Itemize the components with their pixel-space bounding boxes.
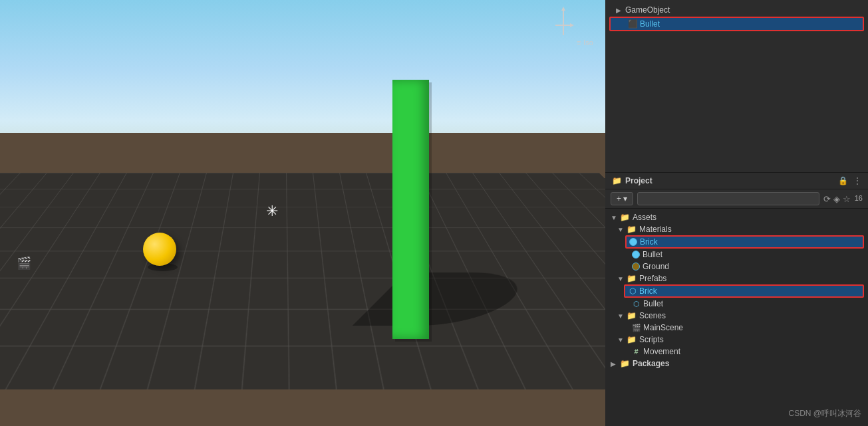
script-icon: #: [632, 348, 641, 356]
add-button[interactable]: + ▾: [611, 192, 633, 205]
folder-icon: 📁: [620, 359, 630, 368]
folder-icon: 📁: [627, 225, 637, 234]
arrow-icon: ▶: [611, 360, 617, 368]
search-icons: ⟳ ◈ ☆ 16: [823, 194, 863, 204]
tree-item-materials[interactable]: ▼ 📁 Materials: [612, 223, 868, 235]
tree-item-prefabs[interactable]: ▼ 📁 Prefabs: [612, 272, 868, 284]
tree-item-movement[interactable]: # Movement: [605, 346, 868, 358]
arrow-icon: ▼: [617, 312, 624, 320]
tree-item-brick-prefab[interactable]: ⬡ Brick: [624, 284, 864, 298]
folder-icon: 📁: [620, 213, 630, 222]
sphere-object: [143, 233, 176, 266]
tree-item-brick-material[interactable]: Brick: [625, 235, 864, 249]
folder-icon: 📁: [627, 274, 637, 283]
scene-view[interactable]: ✳ 🎬 ≡ Iso: [0, 0, 605, 426]
material-icon: [632, 251, 640, 259]
brick-wall: [392, 80, 429, 339]
project-header: 📁 Project 🔒 ⋮: [605, 173, 868, 189]
folder-icon: 📁: [627, 311, 637, 320]
tree-item-ground-material[interactable]: Ground: [605, 261, 868, 272]
folder-icon: 📁: [612, 176, 622, 185]
folder-icon: 📁: [627, 335, 637, 344]
count-badge: 16: [855, 194, 863, 204]
hierarchy-item-bullet[interactable]: ⬛ Bullet: [609, 17, 864, 31]
bullet-label: Bullet: [640, 19, 660, 29]
prefab-icon: ⬡: [632, 300, 641, 308]
tree-item-mainscene[interactable]: 🎬 MainScene: [605, 322, 868, 334]
star-icon[interactable]: ☆: [843, 194, 851, 204]
arrow-icon: ▼: [617, 226, 624, 233]
project-toolbar: + ▾ ⟳ ◈ ☆ 16: [605, 189, 868, 209]
tree-item-assets[interactable]: ▼ 📁 Assets: [605, 211, 868, 223]
hierarchy-item-gameobject[interactable]: ▶ GameObject: [605, 4, 868, 16]
hierarchy-section: ▶ GameObject ⬛ Bullet: [605, 0, 868, 173]
tree-item-bullet-material[interactable]: Bullet: [605, 249, 868, 261]
arrow-icon: ▼: [611, 214, 617, 221]
refresh-icon[interactable]: ⟳: [823, 194, 831, 204]
search-input[interactable]: [637, 192, 819, 205]
filter-icon[interactable]: ◈: [833, 194, 840, 204]
svg-marker-3: [570, 23, 574, 27]
cube-icon: ⬛: [628, 19, 637, 29]
tree-item-scenes[interactable]: ▼ 📁 Scenes: [612, 310, 868, 322]
project-tree: ▼ 📁 Assets ▼ 📁 Materials Brick Bullet: [605, 209, 868, 415]
right-panel: ▶ GameObject ⬛ Bullet 📁 Project 🔒 ⋮ +: [605, 0, 868, 426]
transform-gizmo: [552, 5, 575, 41]
lock-icon[interactable]: 🔒: [838, 176, 848, 185]
arrow-icon: ▶: [616, 7, 623, 14]
tree-item-scripts[interactable]: ▼ 📁 Scripts: [612, 334, 868, 346]
gameobject-label: GameObject: [625, 5, 670, 15]
tree-item-bullet-prefab[interactable]: ⬡ Bullet: [605, 298, 868, 310]
project-section: 📁 Project 🔒 ⋮ + ▾ ⟳ ◈ ☆ 16 ▼ 📁: [605, 173, 868, 426]
arrow-icon: ▼: [617, 275, 624, 282]
csdn-watermark: CSDN @呼叫冰河谷: [788, 408, 861, 419]
project-title: 📁 Project: [612, 176, 652, 185]
grid-plane: [0, 173, 605, 389]
sun-icon: ✳: [266, 203, 278, 220]
material-icon: [629, 238, 637, 246]
prefab-icon: ⬡: [628, 287, 637, 296]
arrow-icon: ▼: [617, 336, 624, 344]
project-header-icons: 🔒 ⋮: [838, 176, 861, 185]
scene-icon: 🎬: [632, 324, 641, 332]
camera-icon: 🎬: [17, 256, 31, 270]
svg-marker-1: [561, 7, 565, 11]
menu-icon[interactable]: ⋮: [853, 176, 861, 185]
iso-label: ≡ Iso: [577, 39, 593, 47]
material-icon: [632, 263, 640, 270]
tree-item-packages[interactable]: ▶ 📁 Packages: [605, 358, 868, 370]
